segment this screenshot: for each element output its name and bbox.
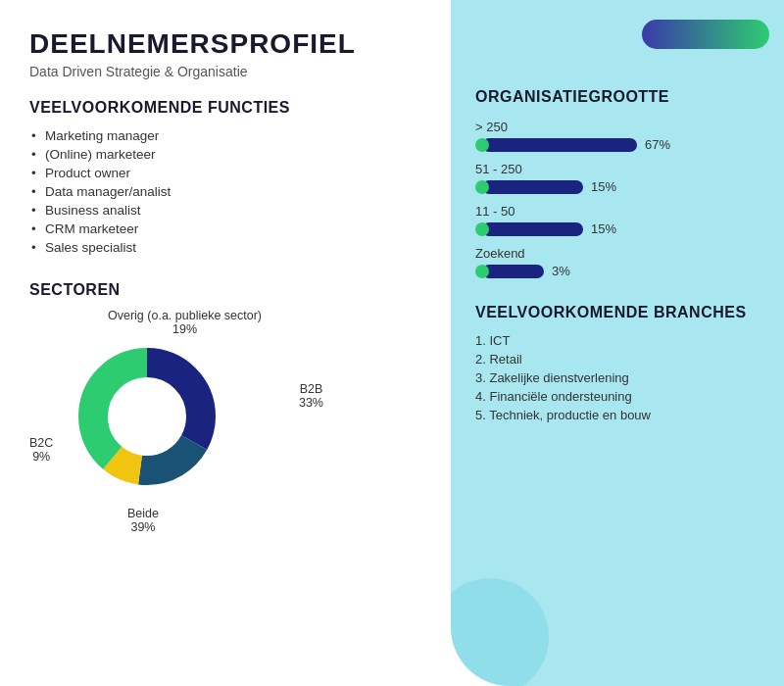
functies-list: Marketing manager (Online) marketeer Pro… [29, 126, 421, 257]
bar-label: > 250 [475, 120, 760, 134]
label-b2c: B2C9% [29, 436, 53, 464]
main-subtitle: Data Driven Strategie & Organisatie [29, 64, 421, 79]
bar-label: Zoekend [475, 246, 760, 261]
bar-label: 11 - 50 [475, 204, 760, 219]
left-panel: DEELNEMERSPROFIEL Data Driven Strategie … [0, 0, 451, 686]
bar-item-11-50: 11 - 50 15% [475, 204, 760, 236]
branches-list: 1. ICT 2. Retail 3. Zakelijke dienstverl… [475, 331, 760, 424]
main-title: DEELNEMERSPROFIEL [29, 29, 421, 60]
list-item: Data manager/analist [29, 182, 421, 201]
sectoren-title: SECTOREN [29, 281, 421, 299]
bar-pct: 67% [645, 137, 670, 152]
sectoren-section: SECTOREN Overig (o.a. publieke sector)19… [29, 281, 421, 534]
list-item: 4. Financiële ondersteuning [475, 387, 760, 406]
label-b2b: B2B33% [299, 382, 323, 410]
functies-section: VEELVOORKOMENDE FUNCTIES Marketing manag… [29, 99, 421, 257]
donut-center [110, 379, 184, 454]
bar-pct: 15% [591, 221, 616, 236]
bar-label: 51 - 250 [475, 162, 760, 176]
branches-title: VEELVOORKOMENDE BRANCHES [475, 303, 760, 321]
svg-rect-0 [642, 20, 769, 49]
functies-title: VEELVOORKOMENDE FUNCTIES [29, 99, 421, 117]
donut-chart [69, 338, 225, 495]
label-overig: Overig (o.a. publieke sector)19% [108, 309, 262, 336]
list-item: CRM marketeer [29, 220, 421, 238]
bar-pct: 15% [591, 179, 616, 194]
bar-item-250: > 250 67% [475, 120, 760, 152]
sector-chart: Overig (o.a. publieke sector)19% B2B33% … [29, 309, 323, 534]
list-item: 3. Zakelijke dienstverlening [475, 368, 760, 387]
top-decoration [642, 20, 769, 53]
list-item: 5. Techniek, productie en bouw [475, 406, 760, 424]
right-panel: ORGANISATIEGROOTTE > 250 67% 51 - 250 15… [451, 0, 784, 686]
list-item: Product owner [29, 164, 421, 182]
list-item: (Online) marketeer [29, 145, 421, 164]
list-item: 2. Retail [475, 350, 760, 368]
bar-item-51-250: 51 - 250 15% [475, 162, 760, 194]
wave-decoration [451, 578, 549, 686]
list-item: Business analist [29, 201, 421, 220]
branches-section: VEELVOORKOMENDE BRANCHES 1. ICT 2. Retai… [475, 303, 760, 424]
list-item: Sales specialist [29, 238, 421, 257]
label-beide: Beide39% [127, 507, 159, 534]
bar-pct: 3% [552, 264, 570, 278]
org-title: ORGANISATIEGROOTTE [475, 88, 760, 106]
org-section: ORGANISATIEGROOTTE > 250 67% 51 - 250 15… [475, 88, 760, 278]
list-item: Marketing manager [29, 126, 421, 145]
bar-item-zoekend: Zoekend 3% [475, 246, 760, 278]
decoration-pill [642, 20, 769, 49]
list-item: 1. ICT [475, 331, 760, 350]
